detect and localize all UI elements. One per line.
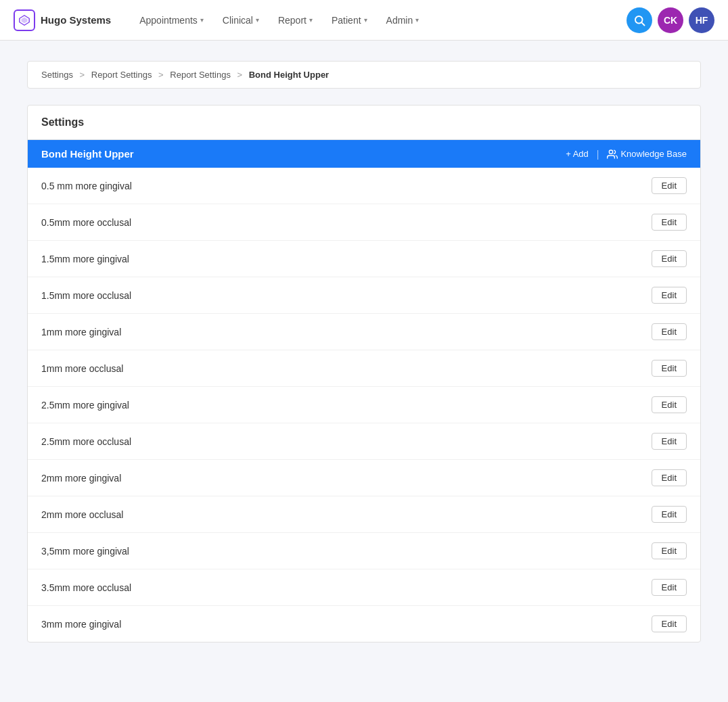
header-separator: | (597, 149, 599, 160)
edit-button[interactable]: Edit (652, 177, 687, 194)
list-item: 1mm more gingival Edit (28, 314, 700, 350)
breadcrumb-separator: > (237, 70, 243, 80)
list-item: 3.5mm more occlusal Edit (28, 569, 700, 606)
edit-button[interactable]: Edit (652, 214, 687, 231)
logo-icon (14, 9, 35, 31)
list-item-label: 0.5mm more occlusal (41, 217, 131, 228)
list-item-label: 1mm more gingival (41, 327, 121, 337)
chevron-down-icon: ▾ (200, 16, 204, 24)
nav-item-report[interactable]: Report ▾ (270, 9, 321, 31)
header-row: Bond Height Upper + Add | Knowledge Base (28, 140, 700, 168)
breadcrumb-report-settings-1[interactable]: Report Settings (91, 70, 152, 80)
list-item-label: 2.5mm more gingival (41, 400, 129, 411)
svg-point-4 (610, 150, 613, 154)
logo: Hugo Systems (14, 9, 111, 31)
list-item: 2.5mm more occlusal Edit (28, 423, 700, 460)
knowledge-base-button[interactable]: Knowledge Base (607, 149, 687, 160)
list-item-label: 3mm more gingival (41, 619, 121, 630)
list-item: 2.5mm more gingival Edit (28, 387, 700, 423)
list-item-label: 3,5mm more gingival (41, 546, 129, 557)
settings-list: 0.5 mm more gingival Edit 0.5mm more occ… (28, 168, 700, 642)
settings-section-title: Settings (28, 106, 700, 140)
svg-marker-1 (22, 17, 28, 23)
nav-menu: Appointments ▾ Clinical ▾ Report ▾ Patie… (131, 9, 427, 31)
edit-button[interactable]: Edit (652, 360, 687, 377)
list-item: 1mm more occlusal Edit (28, 350, 700, 387)
user-ck-avatar[interactable]: CK (658, 7, 683, 33)
list-item: 2mm more gingival Edit (28, 460, 700, 496)
breadcrumb-current: Bond Height Upper (249, 70, 329, 80)
edit-button[interactable]: Edit (652, 579, 687, 596)
edit-button[interactable]: Edit (652, 615, 687, 632)
list-item-label: 0.5 mm more gingival (41, 181, 132, 191)
breadcrumb-separator: > (80, 70, 85, 80)
navbar-right: CK HF (627, 7, 714, 33)
header-row-actions: + Add | Knowledge Base (566, 149, 687, 160)
edit-button[interactable]: Edit (652, 506, 687, 523)
list-item-label: 1.5mm more occlusal (41, 290, 131, 301)
edit-button[interactable]: Edit (652, 542, 687, 559)
list-item: 0.5mm more occlusal Edit (28, 204, 700, 241)
settings-card: Settings Bond Height Upper + Add | Knowl… (27, 105, 701, 642)
breadcrumb-separator: > (158, 70, 164, 80)
list-item: 2mm more occlusal Edit (28, 496, 700, 533)
edit-button[interactable]: Edit (652, 250, 687, 267)
edit-button[interactable]: Edit (652, 433, 687, 450)
list-item-label: 2mm more occlusal (41, 509, 123, 520)
edit-button[interactable]: Edit (652, 287, 687, 304)
nav-item-appointments[interactable]: Appointments ▾ (131, 9, 212, 31)
knowledge-base-icon (607, 149, 618, 160)
navbar-left: Hugo Systems Appointments ▾ Clinical ▾ R… (14, 9, 427, 31)
svg-line-3 (641, 22, 644, 25)
add-button[interactable]: + Add (566, 149, 589, 159)
header-row-title: Bond Height Upper (41, 148, 134, 160)
chevron-down-icon: ▾ (256, 16, 259, 24)
list-item: 3mm more gingival Edit (28, 606, 700, 642)
navbar: Hugo Systems Appointments ▾ Clinical ▾ R… (0, 0, 728, 41)
breadcrumb-report-settings-2[interactable]: Report Settings (170, 70, 231, 80)
chevron-down-icon: ▾ (364, 16, 367, 24)
list-item: 1.5mm more gingival Edit (28, 241, 700, 277)
edit-button[interactable]: Edit (652, 323, 687, 340)
list-item-label: 1.5mm more gingival (41, 254, 129, 264)
edit-button[interactable]: Edit (652, 469, 687, 486)
list-item: 3,5mm more gingival Edit (28, 533, 700, 569)
edit-button[interactable]: Edit (652, 396, 687, 413)
breadcrumb: Settings > Report Settings > Report Sett… (27, 61, 701, 89)
list-item: 0.5 mm more gingival Edit (28, 168, 700, 204)
list-item-label: 1mm more occlusal (41, 363, 123, 374)
nav-item-patient[interactable]: Patient ▾ (323, 9, 376, 31)
nav-item-admin[interactable]: Admin ▾ (378, 9, 428, 31)
chevron-down-icon: ▾ (309, 16, 313, 24)
logo-text: Hugo Systems (41, 14, 111, 26)
list-item-label: 2mm more gingival (41, 473, 121, 484)
search-button[interactable] (627, 7, 652, 33)
main-content: Settings > Report Settings > Report Sett… (0, 41, 728, 663)
nav-item-clinical[interactable]: Clinical ▾ (214, 9, 267, 31)
list-item: 1.5mm more occlusal Edit (28, 277, 700, 314)
list-item-label: 3.5mm more occlusal (41, 582, 131, 593)
list-item-label: 2.5mm more occlusal (41, 436, 131, 447)
user-hf-avatar[interactable]: HF (689, 7, 714, 33)
chevron-down-icon: ▾ (415, 16, 419, 24)
breadcrumb-settings[interactable]: Settings (41, 70, 73, 80)
